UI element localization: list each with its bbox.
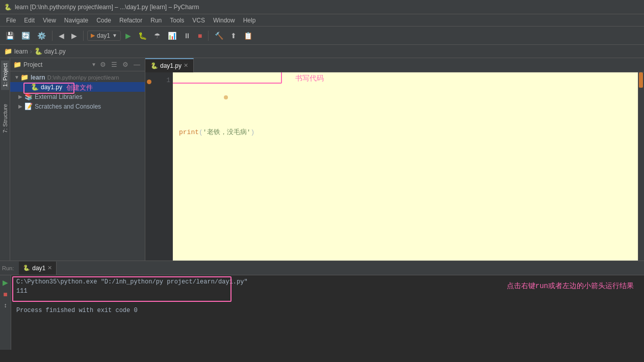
scroll-error-indicator: [639, 72, 643, 88]
title-bar: 🐍 learn [D:\lnh.python\py project\learn]…: [0, 0, 644, 14]
separator: [83, 31, 84, 41]
bottom-tab-bar: Run: 🐍 day1 ✕: [0, 261, 644, 275]
code-line-1: print('老铁，没毛病'): [179, 127, 638, 138]
console-command: C:\Python35\python.exe "D:/lnh_python/py…: [16, 278, 639, 286]
coverage-button[interactable]: ☂: [151, 30, 163, 41]
main-layout: 1: Project 7: Structure 📁 Project ▼ ⚙ ☰ …: [0, 58, 644, 261]
run-config-selector[interactable]: ▶ day1 ▼: [87, 31, 121, 41]
library-icon: 📚: [24, 93, 33, 100]
warning-dot: [182, 83, 228, 113]
panel-gear-button[interactable]: ⚙: [98, 60, 108, 69]
line-numbers: 1: [152, 72, 173, 261]
bottom-tab-python-icon: 🐍: [23, 265, 30, 271]
print-keyword: print: [179, 127, 199, 138]
create-file-annotation: 创建文件: [66, 83, 93, 92]
console-footer: Process finished with exit code 0: [16, 307, 639, 314]
tab-filename: day1.py: [160, 62, 182, 69]
tab-close-icon[interactable]: ✕: [184, 62, 188, 69]
run-output: ▶ ■ ↕ 点击右键run或者左边的小箭头运行结果 C:\Python35\py…: [0, 275, 644, 350]
menu-navigate[interactable]: Navigate: [60, 16, 92, 25]
project-tree: ▼ 📁 learn D:\nh.python\py project\learn …: [10, 71, 145, 261]
current-line-highlight: [173, 72, 644, 84]
structure-tab[interactable]: 7: Structure: [1, 101, 9, 136]
code-content[interactable]: print('老铁，没毛病') 书写代码: [173, 72, 644, 261]
run-scroll-button[interactable]: ↕: [3, 301, 8, 310]
toolbar: 💾 🔄 ⚙️ ◀ ▶ ▶ day1 ▼ ▶ 🐛 ☂ 📊 ⏸ ■ 🔨 ⬆ 📋: [0, 27, 644, 45]
panel-settings-button[interactable]: ⚙: [121, 60, 130, 69]
run-config-label: day1: [97, 32, 110, 39]
open-paren: (: [199, 127, 203, 138]
menu-tools[interactable]: Tools: [166, 16, 188, 25]
separator: [52, 31, 53, 41]
run-button[interactable]: ▶: [123, 30, 134, 41]
string-content: '老铁，没毛病': [203, 127, 251, 138]
editor-tab-day1[interactable]: 🐍 day1.py ✕: [145, 58, 194, 72]
vcs-button[interactable]: ⬆: [228, 30, 239, 41]
project-panel-header: 📁 Project ▼ ⚙ ☰ ⚙ —: [10, 58, 145, 71]
run-stop-button[interactable]: ■: [2, 289, 8, 299]
menu-help[interactable]: Help: [239, 16, 260, 25]
close-paren: ): [250, 127, 254, 138]
tree-arrow-scratch-icon: ▶: [18, 104, 23, 109]
project-panel: 📁 Project ▼ ⚙ ☰ ⚙ — ▼ 📁 learn D:\nh.pyth…: [10, 58, 145, 261]
console-spacer: [16, 297, 639, 307]
bottom-tab-close-icon[interactable]: ✕: [47, 265, 52, 271]
breakpoint-indicator: [147, 80, 151, 84]
profile-button[interactable]: 📊: [165, 30, 179, 41]
bottom-panel: Run: 🐍 day1 ✕ ▶ ■ ↕ 点击右键run或者左边的小箭头运行结果 …: [0, 261, 644, 350]
console-content[interactable]: 点击右键run或者左边的小箭头运行结果 C:\Python35\python.e…: [11, 275, 644, 350]
separator: [208, 31, 209, 41]
save-button[interactable]: 💾: [3, 30, 17, 41]
stop-button[interactable]: ■: [195, 30, 204, 41]
run-play-button[interactable]: ▶: [2, 277, 9, 288]
vcs2-button[interactable]: 📋: [241, 30, 255, 41]
menu-bar: File Edit View Navigate Code Refactor Ru…: [0, 14, 644, 27]
pause-button[interactable]: ⏸: [181, 30, 193, 41]
tree-arrow-icon: ▼: [14, 74, 19, 80]
title-icon: 🐍: [4, 4, 12, 11]
menu-file[interactable]: File: [2, 16, 20, 25]
bottom-tab-day1[interactable]: 🐍 day1 ✕: [19, 262, 57, 275]
build-button[interactable]: 🔨: [212, 30, 226, 41]
settings-button[interactable]: ⚙️: [35, 30, 48, 41]
scratch-icon: 📝: [24, 102, 33, 110]
folder-icon: 📁: [20, 73, 29, 81]
breadcrumb: 📁 learn › 🐍 day1.py: [0, 45, 644, 58]
tree-arrow-ext-icon: ▶: [18, 94, 23, 99]
window-title: learn [D:\lnh.python\py project\learn] –…: [15, 4, 199, 11]
tree-external-lib[interactable]: ▶ 📚 External Libraries: [10, 92, 145, 101]
editor-scrollbar[interactable]: [638, 72, 644, 261]
gutter: [145, 72, 152, 261]
bottom-tab-label: day1: [32, 265, 45, 272]
breadcrumb-learn[interactable]: learn: [14, 48, 28, 55]
back-button[interactable]: ◀: [56, 30, 67, 41]
debug-button[interactable]: 🐛: [136, 30, 149, 41]
tree-scratches[interactable]: ▶ 📝 Scratches and Consoles: [10, 101, 145, 111]
code-editor: 1 print('老铁，没毛病') 书写代码: [145, 72, 644, 261]
sync-button[interactable]: 🔄: [19, 30, 33, 41]
root-folder-label: learn: [31, 74, 45, 81]
python-file-icon: 🐍: [31, 83, 39, 91]
panel-layout-button[interactable]: ☰: [110, 60, 119, 69]
forward-button[interactable]: ▶: [69, 30, 80, 41]
menu-vcs[interactable]: VCS: [188, 16, 209, 25]
dropdown-arrow-icon: ▼: [112, 33, 117, 38]
tree-root-item[interactable]: ▼ 📁 learn D:\nh.python\py project\learn: [10, 72, 145, 82]
menu-edit[interactable]: Edit: [20, 16, 39, 25]
breadcrumb-file[interactable]: day1.py: [44, 48, 66, 55]
tree-day1-item[interactable]: ▶ 🐍 day1.py 创建文件: [10, 82, 145, 92]
run-left-buttons: ▶ ■ ↕: [0, 275, 11, 350]
panel-collapse-button[interactable]: —: [132, 60, 142, 69]
project-tab[interactable]: 1: Project: [1, 60, 9, 90]
menu-view[interactable]: View: [39, 16, 60, 25]
left-tab-strip: 1: Project 7: Structure: [0, 58, 10, 261]
root-folder-path: D:\nh.python\py project\learn: [47, 74, 119, 81]
menu-code[interactable]: Code: [92, 16, 115, 25]
menu-refactor[interactable]: Refactor: [115, 16, 146, 25]
external-lib-label: External Libraries: [35, 93, 82, 100]
editor-tab-bar: 🐍 day1.py ✕: [145, 58, 644, 72]
menu-run[interactable]: Run: [146, 16, 166, 25]
menu-window[interactable]: Window: [209, 16, 239, 25]
project-panel-title: Project: [23, 61, 89, 68]
editor-area: 🐍 day1.py ✕ 1 print: [145, 58, 644, 261]
